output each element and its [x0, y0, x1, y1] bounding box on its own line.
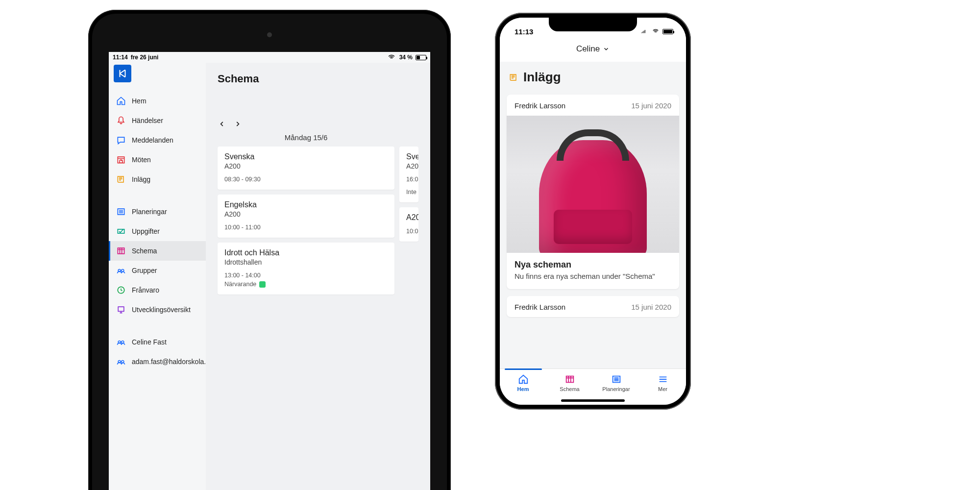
sidebar-item-plans[interactable]: Planeringar	[109, 202, 206, 221]
sidebar-item-home[interactable]: Hem	[109, 91, 206, 111]
prev-day-button[interactable]	[218, 120, 226, 128]
lesson-room: A200	[224, 210, 388, 218]
lesson-card[interactable]: EngelskaA20010:00 - 11:00	[218, 195, 394, 238]
statusbar: 11:14 fre 26 juni 34 %	[109, 52, 430, 63]
grid-icon	[116, 246, 126, 256]
sidebar-item-meetings[interactable]: Möten	[109, 150, 206, 170]
schedule-columns: Måndag 15/6 SvenskaA20008:30 - 09:30Enge…	[218, 133, 418, 299]
tablet-device-frame: 11:14 fre 26 juni 34 %	[88, 10, 451, 490]
list-icon	[611, 374, 622, 385]
posts-feed[interactable]: Fredrik Larsson15 juni 2020Nya schemanNu…	[500, 90, 686, 329]
lesson-time: 10:0	[406, 228, 412, 235]
sidebar-item-schedule[interactable]: Schema	[109, 241, 206, 261]
post-date: 15 juni 2020	[631, 303, 671, 311]
main-content: Schema Måndag 15/6 SvenskaA20008:30 - 09…	[206, 63, 430, 490]
sidebar-item-dev[interactable]: Utvecklingsöversikt	[109, 300, 206, 319]
phone-device-frame: 11:13 Celine Inlägg Fredrik Larsson15 ju…	[495, 13, 691, 410]
status-battery-text: 34 %	[399, 54, 413, 61]
attendance-badge	[259, 281, 266, 288]
next-day-button[interactable]	[233, 120, 242, 128]
lesson-time: 10:00 - 11:00	[224, 224, 388, 231]
tab-more[interactable]: Mer	[639, 369, 686, 397]
list-icon	[116, 207, 126, 217]
lesson-subject: Sve	[406, 152, 412, 161]
sidebar-item-acc1[interactable]: Celine Fast	[109, 332, 206, 352]
post-date: 15 juni 2020	[631, 101, 671, 110]
day-column: Måndag 15/6 SvenskaA20008:30 - 09:30Enge…	[218, 133, 394, 299]
sidebar-item-tasks[interactable]: Uppgifter	[109, 221, 206, 241]
post-title: Nya scheman	[514, 260, 671, 270]
lesson-subject: A20	[406, 213, 412, 222]
grid-icon	[564, 374, 575, 385]
post-author: Fredrik Larsson	[514, 101, 565, 110]
lesson-card[interactable]: SveA2016:0Inte	[399, 147, 418, 202]
status-date: fre 26 juni	[131, 54, 159, 61]
tab-home[interactable]: Hem	[500, 369, 546, 397]
section-header: Inlägg	[500, 62, 686, 90]
app-logo[interactable]	[114, 65, 131, 82]
post-author: Fredrik Larsson	[514, 303, 565, 311]
newspaper-icon	[509, 73, 518, 82]
sidebar-item-absence[interactable]: Frånvaro	[109, 280, 206, 300]
tab-schedule[interactable]: Schema	[546, 369, 593, 397]
chevron-down-icon	[603, 46, 610, 52]
clock-icon	[116, 285, 126, 295]
section-title: Inlägg	[523, 70, 561, 85]
task-icon	[116, 226, 126, 236]
post-card[interactable]: Fredrik Larsson15 juni 2020Nya schemanNu…	[507, 95, 679, 289]
lesson-note: Inte	[406, 189, 412, 196]
page-title: Schema	[218, 73, 418, 85]
lesson-room: Idrottshallen	[224, 258, 388, 266]
tab-label: Planeringar	[602, 386, 630, 392]
phone-screen: 11:13 Celine Inlägg Fredrik Larsson15 ju…	[500, 18, 686, 405]
signal-icon	[639, 26, 649, 36]
sidebar-item-label: Meddelanden	[132, 136, 173, 144]
lesson-card[interactable]: Idrott och HälsaIdrottshallen13:00 - 14:…	[218, 243, 394, 294]
home-icon	[518, 374, 529, 385]
home-icon	[116, 96, 126, 106]
people-icon	[116, 357, 126, 367]
lesson-card[interactable]: SvenskaA20008:30 - 09:30	[218, 147, 394, 190]
lessons-list: SvenskaA20008:30 - 09:30EngelskaA20010:0…	[218, 147, 394, 294]
tab-label: Schema	[560, 386, 579, 392]
wifi-icon	[387, 52, 396, 62]
chat-icon	[116, 135, 126, 145]
home-indicator	[561, 399, 625, 402]
day-header: Måndag 15/6	[218, 133, 394, 142]
lesson-subject: Idrott och Hälsa	[224, 248, 388, 257]
tab-plans[interactable]: Planeringar	[593, 369, 639, 397]
sidebar-item-posts[interactable]: Inlägg	[109, 170, 206, 189]
sidebar-item-label: Planeringar	[132, 208, 167, 216]
wifi-icon	[651, 26, 661, 36]
nav-accounts: Celine Fastadam.fast@haldorskola.se	[109, 328, 206, 371]
lesson-room: A20	[406, 162, 412, 170]
bell-icon	[116, 116, 126, 125]
status-time: 11:14	[113, 54, 128, 61]
sidebar-item-label: Hem	[132, 97, 147, 105]
lesson-time: 13:00 - 14:00	[224, 272, 388, 279]
sidebar-item-groups[interactable]: Grupper	[109, 261, 206, 280]
nav-primary: HemHändelserMeddelandenMötenInlägg	[109, 87, 206, 189]
tab-label: Hem	[517, 386, 529, 392]
app-body: HemHändelserMeddelandenMötenInlägg Plane…	[109, 63, 430, 490]
lesson-subject: Engelska	[224, 200, 388, 209]
tablet-camera	[267, 32, 272, 37]
profile-selector[interactable]: Celine	[500, 40, 686, 62]
phone-notch	[549, 18, 637, 31]
post-image	[507, 116, 679, 253]
sidebar-item-label: Schema	[132, 247, 157, 255]
board-icon	[116, 305, 126, 315]
battery-icon	[416, 55, 426, 60]
sidebar-item-acc2[interactable]: adam.fast@haldorskola.se	[109, 352, 206, 371]
sidebar-item-events[interactable]: Händelser	[109, 111, 206, 130]
post-text: Nu finns era nya scheman under "Schema"	[514, 272, 671, 280]
sidebar-item-messages[interactable]: Meddelanden	[109, 130, 206, 150]
day-column-peek: . SveA2016:0InteA2010:0	[399, 133, 418, 299]
sidebar-item-label: Inlägg	[132, 175, 150, 183]
sidebar-item-label: Grupper	[132, 267, 157, 274]
post-card[interactable]: Fredrik Larsson15 juni 2020	[507, 296, 679, 317]
battery-icon	[662, 29, 673, 34]
tab-label: Mer	[658, 386, 667, 392]
lesson-card[interactable]: A2010:0	[399, 207, 418, 242]
sidebar-item-label: Frånvaro	[132, 286, 159, 294]
